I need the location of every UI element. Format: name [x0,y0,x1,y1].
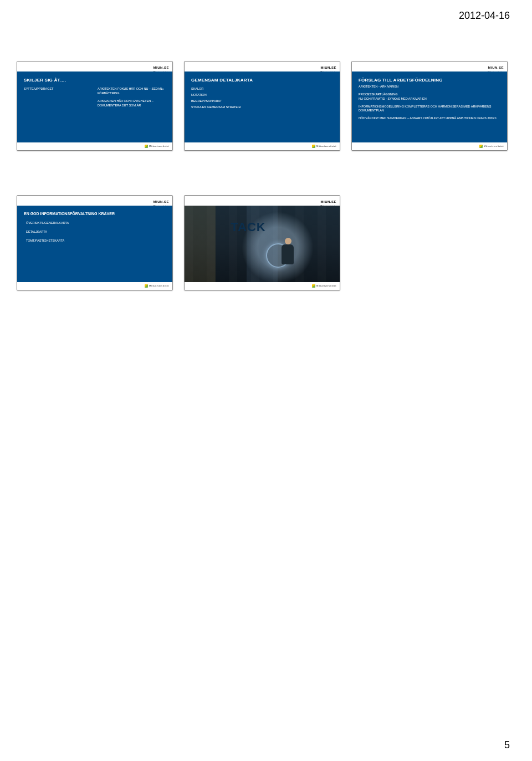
list-item: SKALOR [191,87,333,91]
slide-footer: Mittuniversitetet [352,142,507,150]
header-date: 2012-04-16 [459,10,510,22]
slide-title: SKILJER SIG ÅT…. [24,77,166,84]
brand-text: MIUN.SE [488,66,504,69]
col-left: SYFTE/UPPDRAGET [24,87,92,111]
subtitle: ARKITEKTEN - ARKIVARIEN [359,85,500,89]
footer-mark: Mittuniversitetet [479,145,504,148]
slide-footer: Mittuniversitetet [17,282,172,290]
slide-title: FÖRSLAG TILL ARBETSFÖRDELNING [359,77,500,84]
footer-mark: Mittuniversitetet [145,284,169,288]
brand-text: MIUN.SE [320,66,336,69]
slide-3: MIUN.SE Mittuniversitetet FÖRSLAG TILL A… [351,61,508,151]
line: ARKITEKTEN FOKUS HÄR OCH NU – SEDAN» FÖR… [98,87,166,96]
slide-body: SKILJER SIG ÅT…. SYFTE/UPPDRAGET ARKITEK… [17,71,172,142]
brand-text: MIUN.SE [153,200,169,203]
col-right: ARKITEKTEN FOKUS HÄR OCH NU – SEDAN» FÖR… [98,87,166,111]
tack-heading: TACK [231,218,265,236]
slide-4: MIUN.SE Mittuniversitetet EN GOD INFORMA… [17,195,173,290]
slide-footer: Mittuniversitetet [185,142,340,150]
list-item: SYNKA EN GEMENSAM STRATEGI [191,105,333,110]
slide-body: EN GOD INFORMATIONSFÖRVALTNING KRÄVER ÖV… [17,206,172,282]
list-item: ÖVERSIKTS/GENERALKARTA [26,221,166,226]
brand-text: MIUN.SE [153,66,169,69]
block: INFORMATIONSMODELLERING KOMPLETTERAS OCH… [359,105,500,114]
footer-mark: Mittuniversitetet [312,284,336,288]
list-item: TOMT/FASTIGHETSKARTA [26,239,166,243]
footer-mark: Mittuniversitetet [312,145,336,148]
person-figure [276,233,299,267]
line: ARKIVARIEN HÄR OCH I EVIGHETEN – DOKUMEN… [98,99,166,108]
slide-header: MIUN.SE Mittuniversitetet [185,62,340,71]
slide-header: MIUN.SE Mittuniversitetet [352,62,507,71]
block: PROCESSKARTLÄGGNING NU OCH FRAMTID - SYN… [359,93,500,101]
slide-body: FÖRSLAG TILL ARBETSFÖRDELNING ARKITEKTEN… [352,71,507,142]
two-col: SYFTE/UPPDRAGET ARKITEKTEN FOKUS HÄR OCH… [24,87,166,111]
slide-title: GEMENSAM DETALJKARTA [191,77,333,84]
slide-body: GEMENSAM DETALJKARTA SKALOR NOTATION BEG… [185,71,340,142]
slide-2: MIUN.SE Mittuniversitetet GEMENSAM DETAL… [184,61,340,151]
slide-1: MIUN.SE Mittuniversitetet SKILJER SIG ÅT… [17,61,173,151]
list-item: BEGREPPSAPPARAT [191,99,333,104]
tack-background [185,206,340,282]
row-2: MIUN.SE Mittuniversitetet EN GOD INFORMA… [17,195,515,290]
slide-body: TACK [185,206,340,282]
bullet-list: ÖVERSIKTS/GENERALKARTA DETALJKARTA TOMT/… [24,221,166,243]
slide-5: MIUN.SE Mittuniversitetet TACK Mittunive… [184,195,340,290]
slide-title: EN GOD INFORMATIONSFÖRVALTNING KRÄVER [24,211,166,217]
slide-header: MIUN.SE Mittuniversitetet [17,196,172,206]
page-number: 5 [504,739,510,751]
bullet-list: SKALOR NOTATION BEGREPPSAPPARAT SYNKA EN… [191,87,333,110]
row-1: MIUN.SE Mittuniversitetet SKILJER SIG ÅT… [17,61,515,151]
brand-text: MIUN.SE [320,200,336,203]
head-shape [285,238,291,244]
footer-mark: Mittuniversitetet [145,145,169,148]
block: NÖDVÄNDIGT MED SAMVERKAN – ANNARS OMÖJLI… [359,116,500,121]
torso-shape [282,244,294,264]
slide-grid: MIUN.SE Mittuniversitetet SKILJER SIG ÅT… [0,61,532,335]
slide-header: MIUN.SE Mittuniversitetet [17,62,172,71]
list-item: DETALJKARTA [26,230,166,234]
slide-footer: Mittuniversitetet [17,142,172,150]
list-item: NOTATION [191,93,333,98]
slide-footer: Mittuniversitetet [185,282,340,290]
slide-header: MIUN.SE Mittuniversitetet [185,196,340,206]
